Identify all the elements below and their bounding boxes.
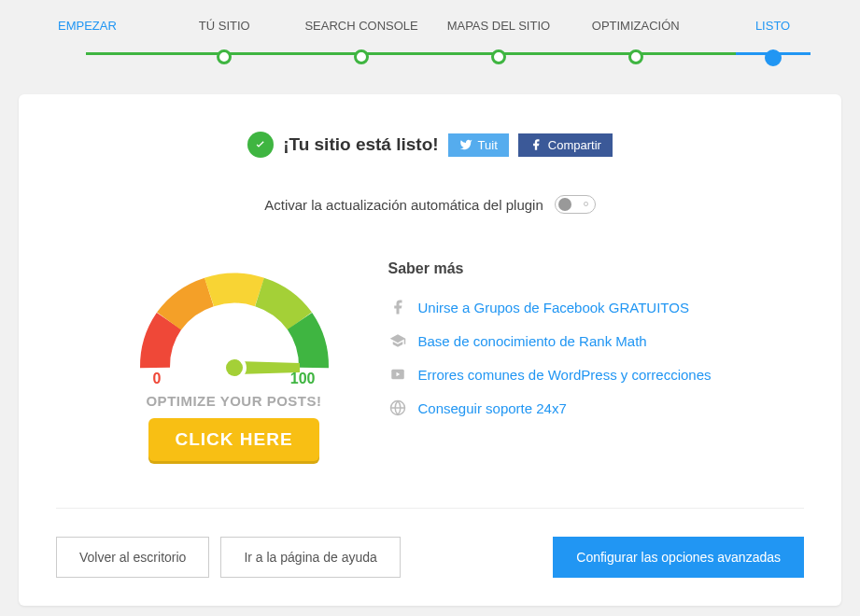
gauge-icon (136, 260, 332, 382)
learn-item-facebook: Unirse a Grupos de Facebook GRATUITOS (388, 298, 725, 316)
learn-link-knowledge[interactable]: Base de conocimiento de Rank Math (418, 333, 647, 349)
optimize-text: OPTIMIZE YOUR POSTS! (136, 393, 332, 409)
learn-item-support: Conseguir soporte 24x7 (388, 399, 725, 417)
dashboard-button[interactable]: Volver al escritorio (56, 537, 209, 578)
learn-link-facebook[interactable]: Unirse a Grupos de Facebook GRATUITOS (418, 300, 689, 315)
facebook-icon (529, 138, 543, 151)
help-button[interactable]: Ir a la página de ayuda (220, 537, 400, 578)
advanced-options-button[interactable]: Configurar las opciones avanzadas (553, 537, 804, 578)
globe-icon (388, 399, 407, 417)
auto-update-toggle[interactable] (555, 195, 596, 214)
learn-link-errors[interactable]: Errores comunes de WordPress y correccio… (418, 367, 712, 383)
twitter-button[interactable]: Tuit (448, 133, 509, 157)
step-dot (765, 49, 782, 66)
step-optimizacion[interactable]: OPTIMIZACIÓN (567, 19, 704, 66)
learn-more-title: Saber más (388, 260, 725, 277)
wizard-stepper: EMPEZAR TÚ SITIO SEARCH CONSOLE MAPAS DE… (19, 19, 841, 66)
graduation-icon (388, 331, 407, 350)
learn-link-support[interactable]: Conseguir soporte 24x7 (418, 400, 567, 416)
step-tu-sitio[interactable]: TÚ SITIO (156, 19, 293, 66)
step-listo[interactable]: LISTO (704, 19, 841, 66)
learn-item-knowledge: Base de conocimiento de Rank Math (388, 331, 725, 350)
ready-title: ¡Tu sitio está listo! (283, 134, 438, 155)
step-dot (217, 49, 232, 64)
svg-point-2 (226, 359, 243, 376)
main-card: ¡Tu sitio está listo! Tuit Compartir Act… (19, 94, 841, 606)
step-mapas[interactable]: MAPAS DEL SITIO (430, 19, 567, 66)
check-icon (247, 132, 274, 158)
play-icon (388, 365, 407, 384)
auto-update-label: Activar la actualización automática del … (264, 197, 543, 213)
click-here-button[interactable]: CLICK HERE (148, 418, 318, 461)
gauge-max: 100 (290, 371, 316, 387)
twitter-icon (459, 138, 472, 151)
step-empezar[interactable]: EMPEZAR (19, 19, 156, 66)
facebook-button[interactable]: Compartir (518, 133, 613, 157)
step-dot (491, 49, 506, 64)
gauge-widget: 0 100 OPTIMIZE YOUR POSTS! CLICK HERE (136, 260, 332, 461)
step-search-console[interactable]: SEARCH CONSOLE (293, 19, 430, 66)
learn-item-errors: Errores comunes de WordPress y correccio… (388, 365, 725, 384)
gauge-min: 0 (153, 371, 162, 387)
facebook-icon (388, 298, 407, 316)
step-dot (628, 49, 643, 64)
step-dot (354, 49, 369, 64)
